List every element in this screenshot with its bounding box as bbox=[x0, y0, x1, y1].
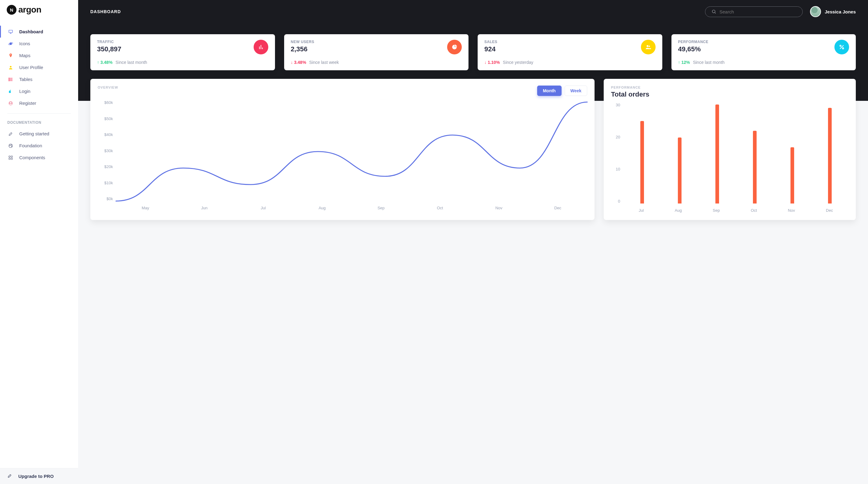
user-circle-icon bbox=[8, 101, 13, 106]
users-icon bbox=[641, 40, 656, 54]
line-chart: $60k$50k$40k$30k$20k$10k$0k MayJunJulAug… bbox=[98, 100, 587, 210]
bar-chart-y-axis: 3020100 bbox=[611, 103, 620, 203]
topbar: DASHBOARD Jessica Jones bbox=[90, 6, 856, 17]
bar-chart-bars bbox=[623, 105, 848, 203]
pin-icon bbox=[8, 53, 13, 58]
bar-chart-icon bbox=[254, 40, 268, 54]
stat-card-traffic: TRAFFIC 350,897 ↑ 3.48% Since last month bbox=[90, 34, 275, 70]
upgrade-label: Upgrade to PRO bbox=[18, 474, 54, 479]
panel-overline: OVERVIEW bbox=[98, 86, 118, 89]
stat-delta: ↓ 1.10% bbox=[484, 60, 500, 65]
search-field[interactable] bbox=[705, 6, 803, 17]
sidebar-item-register[interactable]: Register bbox=[0, 97, 78, 109]
svg-rect-19 bbox=[11, 158, 12, 160]
logo-mark-icon: N bbox=[7, 5, 17, 15]
stat-label: PERFORMANCE bbox=[678, 40, 709, 44]
nav-label: Dashboard bbox=[19, 29, 43, 34]
svg-point-4 bbox=[10, 66, 11, 67]
svg-point-11 bbox=[10, 102, 11, 103]
sidebar-doc-getting-started[interactable]: Getting started bbox=[0, 128, 78, 140]
bar bbox=[828, 108, 832, 203]
sidebar-item-login[interactable]: Login bbox=[0, 85, 78, 97]
sidebar-item-dashboard[interactable]: Dashboard bbox=[0, 26, 78, 37]
user-icon bbox=[8, 65, 13, 70]
sidebar-doc-components[interactable]: Components bbox=[0, 151, 78, 164]
stat-value: 350,897 bbox=[97, 45, 121, 53]
stat-delta: ↑ 3.48% bbox=[97, 60, 113, 65]
stat-label: SALES bbox=[484, 40, 497, 44]
svg-point-21 bbox=[646, 45, 648, 47]
main-content: DASHBOARD Jessica Jones TRAFFIC bbox=[78, 0, 868, 484]
range-month-button[interactable]: Month bbox=[537, 86, 562, 96]
svg-rect-18 bbox=[9, 158, 10, 160]
sidebar-item-user-profile[interactable]: User Profile bbox=[0, 61, 78, 73]
bar bbox=[790, 147, 794, 203]
page-title: DASHBOARD bbox=[90, 9, 121, 14]
monitor-icon bbox=[8, 29, 13, 34]
modules-icon bbox=[8, 155, 13, 160]
primary-nav: Dashboard Icons Maps User Profile Tables… bbox=[0, 23, 78, 164]
panel-title: Total orders bbox=[611, 90, 649, 98]
pie-chart-icon bbox=[447, 40, 462, 54]
bar bbox=[678, 138, 682, 203]
bar-chart: 3020100 JulAugSepOctNovDec bbox=[611, 103, 848, 213]
nav-label: Login bbox=[19, 89, 31, 94]
line-chart-y-axis: $60k$50k$40k$30k$20k$10k$0k bbox=[98, 100, 113, 201]
total-orders-panel: PERFORMANCE Total orders 3020100 JulAugS… bbox=[604, 79, 856, 220]
stat-delta: ↑ 12% bbox=[678, 60, 690, 65]
sidebar-item-icons[interactable]: Icons bbox=[0, 37, 78, 50]
svg-point-20 bbox=[712, 10, 715, 13]
bar bbox=[753, 131, 756, 203]
svg-rect-17 bbox=[11, 156, 12, 158]
stat-delta: ↓ 3.48% bbox=[291, 60, 306, 65]
svg-rect-16 bbox=[9, 156, 10, 158]
brand-logo[interactable]: N argon bbox=[0, 0, 78, 23]
rocket-icon bbox=[8, 132, 13, 136]
stat-label: TRAFFIC bbox=[97, 40, 121, 44]
list-icon bbox=[8, 77, 13, 82]
nav-label: Tables bbox=[19, 77, 32, 82]
brand-name: argon bbox=[18, 5, 41, 15]
palette-icon bbox=[8, 143, 13, 148]
stat-cards: TRAFFIC 350,897 ↑ 3.48% Since last month… bbox=[90, 34, 856, 70]
svg-point-24 bbox=[842, 48, 844, 49]
docs-heading: DOCUMENTATION bbox=[0, 118, 78, 128]
sidebar: N argon Dashboard Icons Maps User Profil… bbox=[0, 0, 78, 484]
sidebar-item-maps[interactable]: Maps bbox=[0, 50, 78, 61]
planet-icon bbox=[8, 41, 13, 46]
nav-label: Components bbox=[19, 155, 45, 160]
search-icon bbox=[711, 9, 716, 14]
sales-overview-panel: OVERVIEW Month Week $60k$50k$40k$30k$20k… bbox=[90, 79, 594, 220]
line-chart-x-axis: MayJunJulAugSepOctNovDec bbox=[116, 206, 587, 210]
user-menu[interactable]: Jessica Jones bbox=[810, 6, 856, 17]
search-input[interactable] bbox=[719, 9, 796, 15]
stat-since: Since last week bbox=[309, 60, 339, 65]
sidebar-item-tables[interactable]: Tables bbox=[0, 73, 78, 85]
stat-card-new-users: NEW USERS 2,356 ↓ 3.48% Since last week bbox=[284, 34, 469, 70]
nav-label: Foundation bbox=[19, 143, 42, 148]
range-week-button[interactable]: Week bbox=[565, 86, 587, 96]
nav-label: Register bbox=[19, 101, 36, 106]
stat-value: 924 bbox=[484, 45, 497, 53]
stat-since: Since yesterday bbox=[503, 60, 533, 65]
stat-value: 49,65% bbox=[678, 45, 709, 53]
key-icon bbox=[8, 89, 13, 94]
svg-point-3 bbox=[10, 54, 11, 55]
svg-point-22 bbox=[649, 46, 650, 47]
bar-chart-x-axis: JulAugSepOctNovDec bbox=[623, 208, 848, 213]
stat-label: NEW USERS bbox=[291, 40, 314, 44]
avatar bbox=[810, 6, 821, 17]
svg-point-15 bbox=[11, 146, 12, 146]
svg-point-5 bbox=[9, 78, 9, 79]
sidebar-doc-foundation[interactable]: Foundation bbox=[0, 140, 78, 151]
charts-row: OVERVIEW Month Week $60k$50k$40k$30k$20k… bbox=[90, 79, 856, 220]
nav-label: Icons bbox=[19, 41, 30, 46]
range-toggle: Month Week bbox=[537, 86, 587, 96]
stat-since: Since last month bbox=[116, 60, 147, 65]
stat-since: Since last month bbox=[693, 60, 724, 65]
nav-label: User Profile bbox=[19, 65, 43, 70]
svg-point-12 bbox=[9, 144, 12, 148]
upgrade-to-pro-button[interactable]: Upgrade to PRO bbox=[0, 468, 78, 484]
svg-point-6 bbox=[9, 79, 9, 80]
bar bbox=[715, 105, 719, 203]
